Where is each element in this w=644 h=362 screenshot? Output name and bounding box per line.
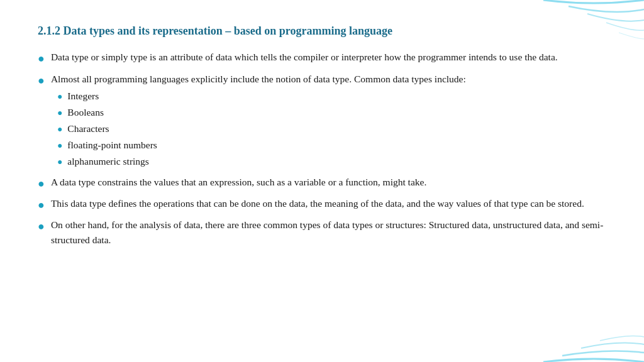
bullet-icon: ● [38, 176, 45, 192]
list-item-text: This data type defines the operations th… [51, 196, 606, 211]
bullet-icon: ● [38, 51, 45, 67]
sub-bullet-icon: ● [57, 123, 62, 136]
slide-content: 2.1.2 Data types and its representation … [38, 24, 606, 248]
sub-bullet-icon: ● [57, 106, 62, 119]
bullet-icon: ● [38, 73, 45, 89]
list-item-text: On other hand, for the analysis of data,… [51, 217, 606, 248]
sub-list-item: ● Integers [57, 89, 606, 104]
bullet-icon: ● [38, 219, 45, 234]
sub-bullet-icon: ● [57, 139, 62, 152]
list-item: ● Data type or simply type is an attribu… [38, 50, 606, 67]
main-list: ● Data type or simply type is an attribu… [38, 50, 606, 248]
sub-list-item: ● floating-point numbers [57, 138, 606, 153]
sub-list-item: ● Booleans [57, 105, 606, 120]
list-item-text: A data type constrains the values that a… [51, 175, 606, 190]
list-item: ● A data type constrains the values that… [38, 175, 606, 192]
sub-list-item-text: Characters [67, 121, 606, 136]
list-item: ● On other hand, for the analysis of dat… [38, 217, 606, 248]
slide: 2.1.2 Data types and its representation … [0, 0, 644, 362]
sub-list-item-text: Booleans [67, 105, 606, 120]
sub-list: ● Integers ● Booleans ● Characters ● [51, 89, 606, 169]
sub-bullet-icon: ● [57, 90, 62, 103]
sub-list-item-text: Integers [67, 89, 606, 104]
list-item: ● This data type defines the operations … [38, 196, 606, 213]
sub-list-item: ● alphanumeric strings [57, 154, 606, 169]
list-item-text: Data type or simply type is an attribute… [51, 50, 606, 65]
sub-list-item: ● Characters [57, 121, 606, 136]
list-item-text: Almost all programming languages explici… [51, 72, 606, 170]
deco-bottom-right [531, 324, 644, 362]
bullet-icon: ● [38, 197, 45, 213]
slide-title: 2.1.2 Data types and its representation … [38, 24, 606, 38]
sub-list-item-text: alphanumeric strings [67, 154, 606, 169]
list-item: ● Almost all programming languages expli… [38, 72, 606, 170]
sub-list-item-text: floating-point numbers [67, 138, 606, 153]
sub-bullet-icon: ● [57, 155, 62, 168]
